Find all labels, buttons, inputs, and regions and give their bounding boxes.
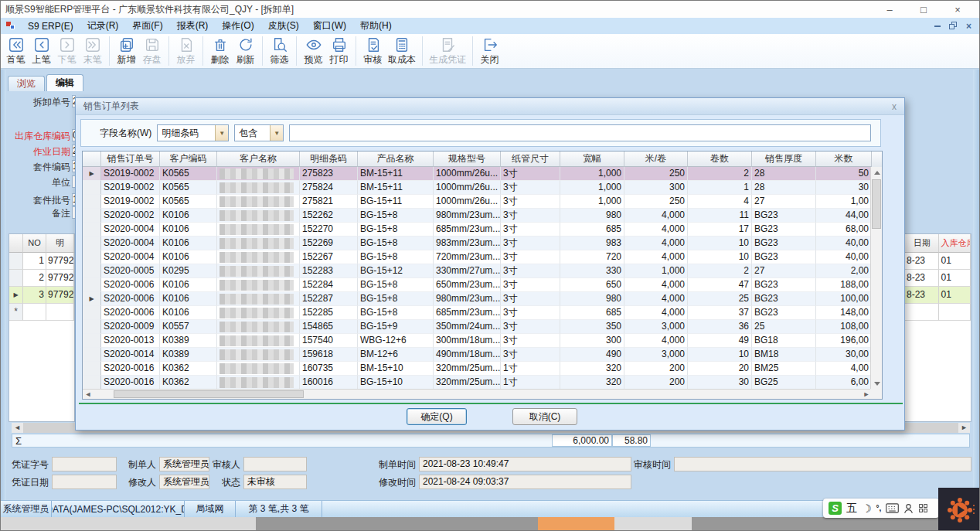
menu-item-6[interactable]: 帮助(H)	[353, 20, 399, 31]
vertical-scroll-thumb[interactable]	[872, 179, 881, 229]
sales-order-row[interactable]: S2020-0005K0295152283BG-15+12330mm/27um.…	[83, 264, 872, 278]
menu-item-s9erp[interactable]: S9 ERP(E)	[21, 21, 80, 32]
table-row[interactable]	[904, 304, 971, 321]
toolbar-button-nav-first[interactable]: 首笔	[3, 36, 29, 67]
menu-item-3[interactable]: 操作(O)	[215, 20, 260, 31]
sales-order-row[interactable]: S2020-0006K0106152285BG-15+8685mm/23um..…	[83, 306, 872, 320]
scroll-up-icon[interactable]	[874, 171, 880, 175]
sales-order-row[interactable]: S2019-0002K0565275821BG-15+111000mm/26u.…	[83, 195, 872, 209]
column-header[interactable]: 明	[46, 234, 74, 253]
toolbar-button-print[interactable]: 打印	[326, 36, 352, 67]
sales-order-row[interactable]: S2020-0004K0106152269BG-15+8983mm/23um..…	[83, 237, 872, 250]
toolbar-button-close[interactable]: 关闭	[477, 36, 502, 67]
grid-column-header-3[interactable]: 客户名称	[217, 151, 300, 167]
table-row[interactable]: 197792	[9, 253, 74, 270]
table-row[interactable]: 297792	[9, 270, 74, 287]
scroll-left-icon[interactable]: ◄	[83, 390, 94, 399]
mdi-restore-icon[interactable]	[949, 22, 958, 30]
grid-column-header-8[interactable]: 宽幅	[560, 151, 624, 167]
footer-field-审核时间[interactable]	[674, 457, 971, 471]
sales-order-row[interactable]: S2020-0006K0106152284BG-15+8650mm/23um..…	[83, 278, 872, 292]
maximize-icon[interactable]: □	[907, 4, 941, 15]
sales-order-row[interactable]: S2020-0004K0106152270BG-15+8685mm/23um..…	[83, 223, 872, 237]
grid-column-header-4[interactable]: 明细条码	[300, 151, 358, 167]
close-icon[interactable]: ×	[941, 4, 975, 15]
mdi-close-icon[interactable]: ×	[966, 21, 971, 32]
menu-item-0[interactable]: 记录(R)	[80, 20, 126, 31]
table-row[interactable]: ▶8-2301	[904, 287, 971, 304]
grid-column-header-2[interactable]: 客户编码	[160, 151, 217, 167]
minimize-icon[interactable]: –	[873, 4, 907, 15]
sales-order-row[interactable]: S2020-0002K0106152262BG-15+8980mm/23um..…	[83, 209, 872, 223]
table-row[interactable]: *	[9, 304, 74, 321]
chevron-down-icon[interactable]: ▼	[270, 125, 283, 141]
grid-column-header-7[interactable]: 纸管尺寸	[501, 151, 560, 167]
sales-order-row[interactable]: S2020-0014K0389159618BM-12+6490mm/18um..…	[83, 348, 872, 362]
grid-column-header-0[interactable]	[83, 151, 101, 167]
scroll-down-icon[interactable]	[874, 382, 880, 386]
taskbar-active-item[interactable]	[538, 517, 614, 530]
tab-browse[interactable]: 浏览	[8, 76, 45, 91]
grid-column-header-9[interactable]: 米/卷	[624, 151, 688, 167]
column-header[interactable]: 日期	[905, 234, 939, 253]
menu-item-1[interactable]: 界面(F)	[125, 20, 169, 31]
column-header[interactable]: 入库仓库	[939, 234, 971, 253]
sales-order-row[interactable]: S2020-0016K0362160016BG-15+10320mm/25um.…	[83, 376, 872, 390]
column-header[interactable]: NO	[23, 234, 46, 253]
scroll-left-icon[interactable]: ◄	[12, 423, 23, 433]
row-selector	[83, 250, 101, 264]
sales-order-row[interactable]: ▶S2020-0006K0106152287BG-15+8980mm/23um.…	[83, 292, 872, 306]
footer-field-制单时间[interactable]: 2021-08-23 10:49:47	[419, 457, 631, 471]
tab-edit[interactable]: 编辑	[46, 74, 83, 91]
sogou-logo-icon[interactable]: S	[829, 502, 842, 515]
toolbar-button-preview[interactable]: 预览	[301, 36, 326, 67]
toolbox-grid-icon[interactable]	[918, 503, 928, 513]
grid-column-header-6[interactable]: 规格型号	[434, 151, 501, 167]
ok-button[interactable]: 确定(Q)	[407, 408, 467, 425]
grid-column-header-5[interactable]: 产品名称	[358, 151, 434, 167]
punctuation-icon[interactable]: °,	[876, 504, 882, 512]
keyboard-icon[interactable]	[886, 503, 899, 513]
grid-column-header-10[interactable]: 卷数	[688, 151, 752, 167]
sales-order-row[interactable]: S2019-0002K0565275824BM-15+111000mm/26u.…	[83, 181, 872, 195]
sales-order-row[interactable]: S2020-0013K0389157540WBG-12+6300mm/18um.…	[83, 334, 872, 348]
toolbar-button-nav-prev[interactable]: 上笔	[29, 36, 54, 67]
grid-column-header-12[interactable]: 米数	[816, 151, 872, 167]
moon-icon[interactable]: ☽	[862, 502, 872, 515]
sales-order-row[interactable]: S2020-0004K0106152267BG-15+8720mm/23um..…	[83, 250, 872, 264]
tray-app-tile[interactable]	[938, 488, 980, 531]
grid-vertical-scrollbar[interactable]	[870, 167, 882, 390]
toolbar-button-filter[interactable]: 筛选	[267, 36, 292, 67]
table-row[interactable]: 8-2301	[904, 253, 971, 270]
footer-field-状态[interactable]: 未审核	[243, 475, 307, 489]
sales-order-row[interactable]: S2020-0016K0362160735BM-15+10320mm/25um.…	[83, 362, 872, 376]
toolbar-button-refresh[interactable]: 刷新	[233, 36, 258, 67]
dialog-close-icon[interactable]: x	[892, 101, 897, 112]
chevron-down-icon[interactable]: ▼	[215, 125, 228, 141]
menu-item-5[interactable]: 窗口(W)	[306, 20, 353, 31]
menu-item-4[interactable]: 皮肤(S)	[261, 20, 306, 31]
operator-select[interactable]: 包含 ▼	[234, 124, 284, 141]
table-row[interactable]: 8-2301	[904, 270, 971, 287]
person-icon[interactable]	[903, 503, 914, 514]
grid-horizontal-scrollbar[interactable]: ◄ ►	[83, 389, 872, 399]
scroll-right-icon[interactable]: ►	[958, 423, 970, 433]
grid-column-header-1[interactable]: 销售订单号	[101, 151, 160, 167]
toolbar-button-add[interactable]: 新增	[114, 36, 139, 67]
mdi-minimize-icon[interactable]	[934, 26, 941, 27]
sales-order-row[interactable]: ▶S2019-0002K0565275823BM-15+111000mm/26u…	[83, 167, 872, 181]
grid-column-header-11[interactable]: 销售厚度	[752, 151, 816, 167]
toolbar-button-audit[interactable]: 审核	[360, 36, 386, 67]
cancel-button[interactable]: 取消(C)	[512, 408, 577, 425]
footer-field-审核人[interactable]	[243, 457, 307, 471]
horizontal-scroll-thumb[interactable]	[114, 390, 304, 398]
ime-mode-icon[interactable]: 五	[846, 502, 857, 516]
field-select[interactable]: 明细条码 ▼	[157, 124, 229, 141]
filter-value-input[interactable]	[289, 124, 871, 141]
sales-order-row[interactable]: S2020-0009K0557154865BG-15+9350mm/24um..…	[83, 320, 872, 334]
table-row[interactable]: ▶397792	[9, 287, 74, 304]
menu-item-2[interactable]: 报表(R)	[170, 20, 216, 31]
toolbar-button-cost[interactable]: 取成本	[386, 36, 418, 67]
toolbar-button-delete[interactable]: 删除	[207, 36, 233, 67]
footer-field-修改时间[interactable]: 2021-08-24 09:03:37	[419, 475, 631, 489]
